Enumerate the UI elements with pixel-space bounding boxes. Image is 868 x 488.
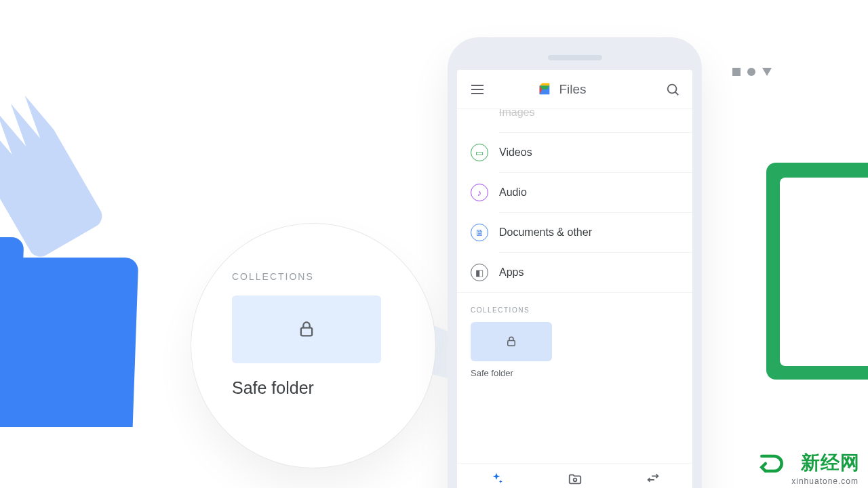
safe-folder-label: Safe folder xyxy=(232,378,395,398)
folder-search-icon xyxy=(568,472,583,487)
decorative-shape xyxy=(0,258,138,427)
tab-browse[interactable]: Browse xyxy=(536,464,614,488)
collections-header: COLLECTIONS xyxy=(457,292,692,322)
app-title: Files xyxy=(559,82,586,97)
tab-share[interactable]: Share xyxy=(614,464,692,488)
watermark-logo xyxy=(757,449,787,479)
phone-frame: Files ▣ Images ▭ Videos ♪ Audio xyxy=(448,37,702,488)
svg-line-5 xyxy=(675,92,679,95)
share-icon xyxy=(646,472,660,487)
sparkle-icon xyxy=(489,472,504,487)
watermark-url: xinhuatone.com xyxy=(791,476,859,486)
list-item-documents[interactable]: 🗎 Documents & other xyxy=(457,213,692,252)
window-control-triangle xyxy=(762,68,772,76)
zoom-section-header: COLLECTIONS xyxy=(232,271,395,282)
category-list: ▣ Images ▭ Videos ♪ Audio 🗎 Documents & … xyxy=(457,109,692,463)
list-item-label: Images xyxy=(499,109,534,119)
bottom-nav: Clean Browse Share xyxy=(457,463,692,488)
svg-rect-0 xyxy=(301,328,312,336)
lock-icon xyxy=(297,320,316,339)
files-logo-icon xyxy=(537,82,552,97)
audio-icon: ♪ xyxy=(471,184,488,201)
list-item-label: Documents & other xyxy=(499,226,592,239)
list-item-videos[interactable]: ▭ Videos xyxy=(457,133,692,172)
document-icon: 🗎 xyxy=(471,224,488,241)
app-brand: Files xyxy=(469,82,654,97)
app-bar: Files xyxy=(457,70,692,109)
window-controls xyxy=(732,68,772,76)
list-item-apps[interactable]: ◧ Apps xyxy=(457,253,692,292)
tab-clean[interactable]: Clean xyxy=(457,464,536,488)
decorative-shape xyxy=(780,178,868,366)
watermark-text: 新经网 xyxy=(801,450,860,476)
search-icon[interactable] xyxy=(665,82,680,97)
window-control-circle xyxy=(747,68,755,76)
zoom-callout: COLLECTIONS Safe folder xyxy=(191,224,435,468)
lock-icon xyxy=(505,336,517,348)
list-item-audio[interactable]: ♪ Audio xyxy=(457,173,692,212)
safe-folder-tile-small[interactable] xyxy=(471,322,552,361)
window-control-square xyxy=(732,68,741,76)
svg-point-7 xyxy=(573,478,576,481)
canvas: COLLECTIONS Safe folder Files ▣ Images xyxy=(0,0,868,488)
svg-point-4 xyxy=(668,84,677,93)
decorative-shape xyxy=(0,92,106,262)
apps-icon: ◧ xyxy=(471,264,488,281)
safe-folder-label-small: Safe folder xyxy=(471,368,679,378)
svg-rect-6 xyxy=(508,341,515,346)
list-item-label: Videos xyxy=(499,146,532,159)
list-item-images[interactable]: ▣ Images xyxy=(457,109,692,132)
phone-speaker xyxy=(548,55,602,60)
list-item-label: Apps xyxy=(499,266,524,279)
video-icon: ▭ xyxy=(471,144,488,161)
phone-screen: Files ▣ Images ▭ Videos ♪ Audio xyxy=(457,70,692,488)
list-item-label: Audio xyxy=(499,186,527,199)
watermark-icon xyxy=(757,449,787,479)
safe-folder-tile[interactable] xyxy=(232,296,381,363)
